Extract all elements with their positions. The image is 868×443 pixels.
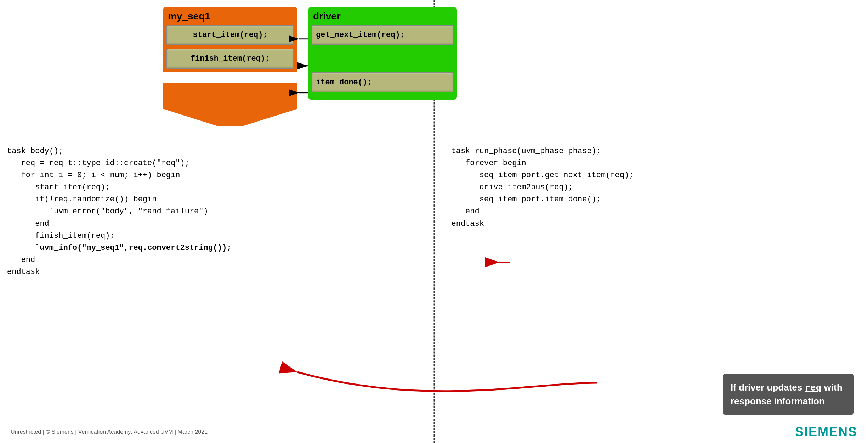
- seq-box-wave: [163, 83, 297, 126]
- code-line-3: for_int i = 0; i < num; i++) begin: [7, 169, 424, 181]
- seq-box: my_seq1 start_item(req); finish_item(req…: [163, 7, 297, 72]
- callout-req: req: [805, 383, 822, 393]
- code-line-9: `uvm_info("my_seq1",req.convert2string()…: [7, 242, 424, 254]
- callout-text: If driver updates req with response info…: [731, 381, 846, 408]
- code-r-line-1: task run_phase(uvm_phase phase);: [452, 145, 851, 157]
- code-line-5: if(!req.randomize()) begin: [7, 194, 424, 206]
- code-r-line-3: seq_item_port.get_next_item(req);: [452, 169, 851, 181]
- code-line-6: `uvm_error("body", "rand failure"): [7, 206, 424, 218]
- code-r-line-7: endtask: [452, 218, 851, 230]
- code-r-line-6: end: [452, 206, 851, 218]
- seq-item-start: start_item(req);: [166, 25, 294, 45]
- code-r-line-2: forever begin: [452, 157, 851, 169]
- code-right: task run_phase(uvm_phase phase); forever…: [452, 145, 851, 230]
- driver-item-get: get_next_item(req);: [312, 25, 453, 45]
- code-r-line-4: drive_item2bus(req);: [452, 181, 851, 194]
- code-left: task body(); req = req_t::type_id::creat…: [7, 145, 424, 278]
- code-line-10: end: [7, 254, 424, 266]
- code-line-1: task body();: [7, 145, 424, 157]
- code-line-4: start_item(req);: [7, 181, 424, 194]
- driver-box-title: driver: [312, 11, 453, 22]
- code-r-line-5: seq_item_port.item_done();: [452, 194, 851, 206]
- code-line-7: end: [7, 218, 424, 230]
- seq-item-finish: finish_item(req);: [166, 49, 294, 69]
- driver-item-done: item_done();: [312, 72, 453, 92]
- seq-box-title: my_seq1: [166, 11, 294, 22]
- code-line-11: endtask: [7, 266, 424, 278]
- callout-box: If driver updates req with response info…: [723, 374, 854, 415]
- code-line-2: req = req_t::type_id::create("req");: [7, 157, 424, 169]
- siemens-logo: SIEMENS: [795, 425, 857, 439]
- footer-copyright: Unrestricted | © Siemens | Verification …: [11, 429, 208, 435]
- driver-box: driver get_next_item(req); item_done();: [308, 7, 457, 100]
- code-line-8: finish_item(req);: [7, 230, 424, 242]
